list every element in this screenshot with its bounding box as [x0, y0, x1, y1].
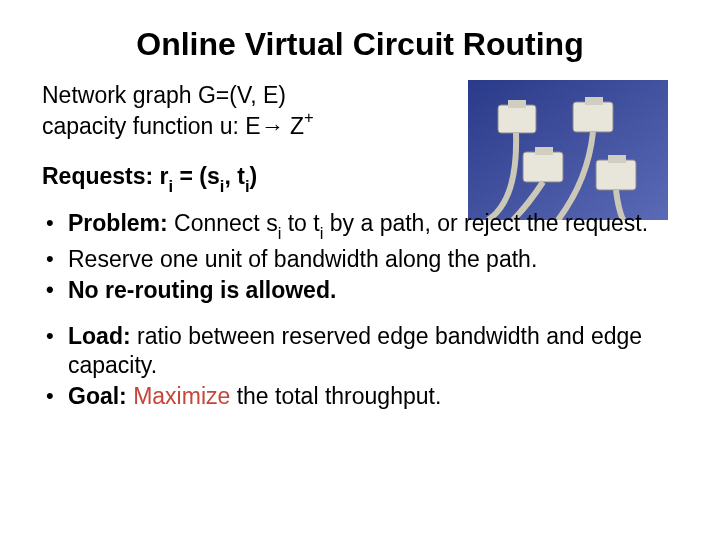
- sub-i-3: i: [245, 177, 250, 196]
- requests-label: Requests:: [42, 163, 160, 189]
- b1-b: to t: [281, 210, 319, 236]
- b1-a: Connect s: [168, 210, 278, 236]
- svg-rect-7: [596, 160, 636, 190]
- arrow-icon: →: [261, 112, 284, 138]
- superscript-plus: +: [304, 108, 314, 127]
- svg-rect-5: [523, 152, 563, 182]
- sub-i-1: i: [169, 177, 174, 196]
- eq-part: = (s: [173, 163, 220, 189]
- bullet-no-rerouting: No re-routing is allowed.: [42, 276, 678, 305]
- goal-maximize: Maximize: [133, 383, 230, 409]
- r-var: r: [160, 163, 169, 189]
- close-paren: ): [250, 163, 258, 189]
- svg-rect-2: [508, 100, 526, 108]
- intro-line-2a: capacity function u: E: [42, 112, 261, 138]
- problem-label: Problem:: [68, 210, 168, 236]
- svg-rect-1: [498, 105, 536, 133]
- comma-t: , t: [224, 163, 244, 189]
- sub-i-5: i: [320, 224, 324, 243]
- svg-rect-0: [468, 80, 668, 220]
- bullet-group-1: Problem: Connect si to ti by a path, or …: [42, 209, 678, 304]
- svg-rect-8: [608, 155, 626, 163]
- b1-c: by a path, or reject the request.: [323, 210, 648, 236]
- goal-label: Goal:: [68, 383, 127, 409]
- bullet-load: Load: ratio between reserved edge bandwi…: [42, 322, 678, 380]
- sub-i-2: i: [220, 177, 225, 196]
- bullet-group-2: Load: ratio between reserved edge bandwi…: [42, 322, 678, 410]
- cables-image: [468, 80, 668, 220]
- sub-i-4: i: [278, 224, 282, 243]
- load-text: ratio between reserved edge bandwidth an…: [68, 323, 642, 378]
- bullet-reserve: Reserve one unit of bandwidth along the …: [42, 245, 678, 274]
- intro-line-2b: Z: [284, 112, 304, 138]
- svg-rect-6: [535, 147, 553, 155]
- load-label: Load:: [68, 323, 131, 349]
- bullet-problem: Problem: Connect si to ti by a path, or …: [42, 209, 678, 242]
- slide-title: Online Virtual Circuit Routing: [0, 0, 720, 81]
- svg-rect-4: [585, 97, 603, 105]
- svg-rect-3: [573, 102, 613, 132]
- goal-rest: the total throughput.: [230, 383, 441, 409]
- bullet-goal: Goal: Maximize the total throughput.: [42, 382, 678, 411]
